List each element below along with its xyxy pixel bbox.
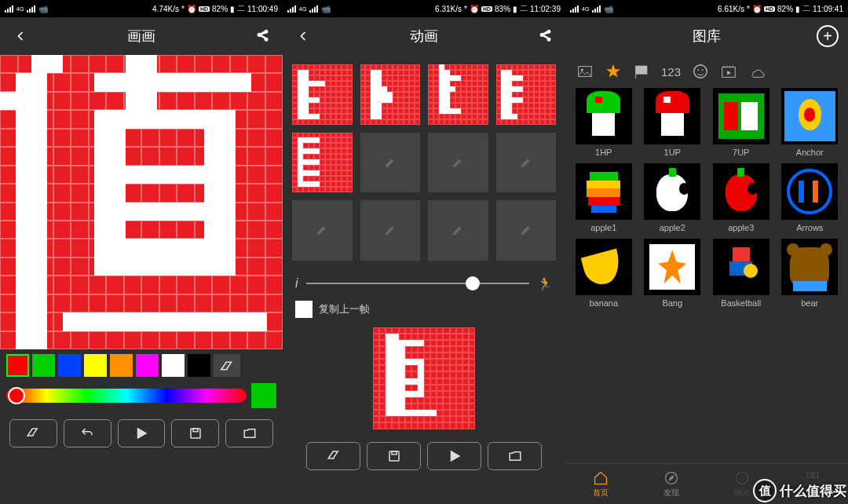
open-button[interactable] xyxy=(488,442,542,470)
clear-button[interactable] xyxy=(306,442,360,470)
gallery-item-7up[interactable]: 7UP xyxy=(711,88,772,157)
status-bar: 4G📹 6.61K/s*⏰ HD82%▮ 二11:09:41 xyxy=(565,0,848,17)
color-swatch-blue[interactable] xyxy=(58,354,81,377)
gallery-item-apple1[interactable]: apple1 xyxy=(573,163,634,232)
gallery-item-1hp[interactable]: 1HP xyxy=(573,88,634,157)
play-button[interactable] xyxy=(118,419,166,447)
color-preview xyxy=(251,383,276,408)
save-button[interactable] xyxy=(171,419,219,447)
color-swatch-magenta[interactable] xyxy=(136,354,159,377)
nav-discover[interactable]: 发现 xyxy=(636,464,707,504)
color-swatch-yellow[interactable] xyxy=(84,354,107,377)
watermark-text: 什么值得买 xyxy=(780,482,846,500)
svg-rect-13 xyxy=(807,473,812,477)
frame-empty-6[interactable] xyxy=(360,133,421,193)
signal-icon xyxy=(5,5,13,13)
frame-empty-10[interactable] xyxy=(360,200,421,261)
share-button[interactable] xyxy=(251,25,273,47)
color-swatch-green[interactable] xyxy=(32,354,55,377)
category-emoji[interactable] xyxy=(692,63,709,80)
gallery-grid: 1HP 1UP 7UP Anchor apple1 apple2 apple3 … xyxy=(565,88,848,463)
svg-rect-14 xyxy=(813,473,818,477)
category-flag[interactable] xyxy=(633,63,650,80)
undo-button[interactable] xyxy=(64,419,111,447)
nav-home[interactable]: 首页 xyxy=(565,464,636,504)
frame-empty-8[interactable] xyxy=(496,133,557,193)
frame-4[interactable] xyxy=(496,64,557,125)
page-title: 图库 xyxy=(597,27,817,46)
gallery-item-apple3[interactable]: apple3 xyxy=(711,163,772,232)
status-bar: 4G 📹 4.74K/s * ⏰ HD 82% ▮ 二 11:00:49 xyxy=(0,0,283,17)
category-cloud[interactable] xyxy=(748,63,766,80)
color-swatch-white[interactable] xyxy=(162,354,185,377)
copy-prev-label: 复制上一帧 xyxy=(319,302,370,316)
category-video[interactable] xyxy=(720,63,737,80)
frame-empty-12[interactable] xyxy=(496,200,557,261)
share-button[interactable] xyxy=(534,25,556,47)
slider-thumb[interactable] xyxy=(466,276,480,290)
frame-empty-9[interactable] xyxy=(292,200,353,261)
alarm-icon: ⏰ xyxy=(187,5,196,13)
gallery-item-banana[interactable]: banana xyxy=(573,239,634,308)
color-swatch-orange[interactable] xyxy=(110,354,133,377)
pixel-canvas[interactable] xyxy=(0,55,283,349)
back-button[interactable] xyxy=(9,25,31,47)
walk-icon: i xyxy=(295,276,298,290)
category-star[interactable] xyxy=(605,63,622,80)
page-title: 动画 xyxy=(314,27,534,46)
svg-point-12 xyxy=(737,472,748,484)
battery-text: 82% xyxy=(212,5,228,13)
svg-point-5 xyxy=(581,69,583,71)
frame-empty-11[interactable] xyxy=(428,200,488,261)
frame-5[interactable] xyxy=(292,133,353,193)
add-button[interactable]: + xyxy=(817,25,839,47)
category-tabs: 123 xyxy=(565,55,848,88)
svg-rect-6 xyxy=(636,66,648,75)
category-number[interactable]: 123 xyxy=(661,65,681,79)
copy-prev-checkbox[interactable] xyxy=(295,301,313,318)
network-speed: 4.74K/s xyxy=(152,5,179,13)
color-section xyxy=(0,349,283,413)
drawing-panel: 4G 📹 4.74K/s * ⏰ HD 82% ▮ 二 11:00:49 画画 xyxy=(0,0,283,504)
svg-point-7 xyxy=(694,65,707,79)
frame-3[interactable] xyxy=(428,64,488,125)
grid-overlay xyxy=(0,55,283,349)
gallery-panel: 4G📹 6.61K/s*⏰ HD82%▮ 二11:09:41 图库 + 123 … xyxy=(565,0,848,504)
gallery-item-anchor[interactable]: Anchor xyxy=(780,88,841,157)
play-button[interactable] xyxy=(427,442,481,470)
gallery-item-arrows[interactable]: Arrows xyxy=(780,163,841,232)
svg-point-8 xyxy=(697,69,699,71)
run-icon: 🏃 xyxy=(537,276,553,291)
watermark-badge: 值 xyxy=(753,479,777,502)
header: 画画 xyxy=(0,17,283,55)
gallery-item-bang[interactable]: Bang xyxy=(642,239,704,308)
color-swatch-red[interactable] xyxy=(6,354,29,377)
hd-badge: HD xyxy=(199,6,210,12)
frame-preview xyxy=(373,327,475,429)
frame-1[interactable] xyxy=(292,64,353,125)
gallery-item-basketball[interactable]: Basketball xyxy=(711,239,772,308)
clock-text: 11:00:49 xyxy=(247,5,278,13)
hue-slider[interactable] xyxy=(6,389,247,403)
svg-rect-2 xyxy=(389,451,399,461)
save-button[interactable] xyxy=(367,442,421,470)
gallery-item-bear[interactable]: bear xyxy=(780,239,841,308)
category-image[interactable] xyxy=(576,63,594,80)
hue-thumb[interactable] xyxy=(8,387,25,404)
clear-button[interactable] xyxy=(9,419,57,447)
color-palette xyxy=(6,354,276,377)
toolbar xyxy=(0,413,283,454)
speed-control: i 🏃 xyxy=(283,270,565,298)
frame-2[interactable] xyxy=(360,64,421,125)
open-button[interactable] xyxy=(225,419,273,447)
color-swatch-black[interactable] xyxy=(188,354,210,377)
eraser-tool[interactable] xyxy=(214,354,240,377)
speed-slider[interactable] xyxy=(306,283,529,284)
watermark: 值 什么值得买 xyxy=(753,479,846,502)
svg-point-9 xyxy=(702,69,704,71)
svg-rect-0 xyxy=(191,429,200,438)
back-button[interactable] xyxy=(292,25,314,47)
gallery-item-apple2[interactable]: apple2 xyxy=(642,163,704,232)
gallery-item-1up[interactable]: 1UP xyxy=(642,88,704,157)
frame-empty-7[interactable] xyxy=(428,133,488,193)
